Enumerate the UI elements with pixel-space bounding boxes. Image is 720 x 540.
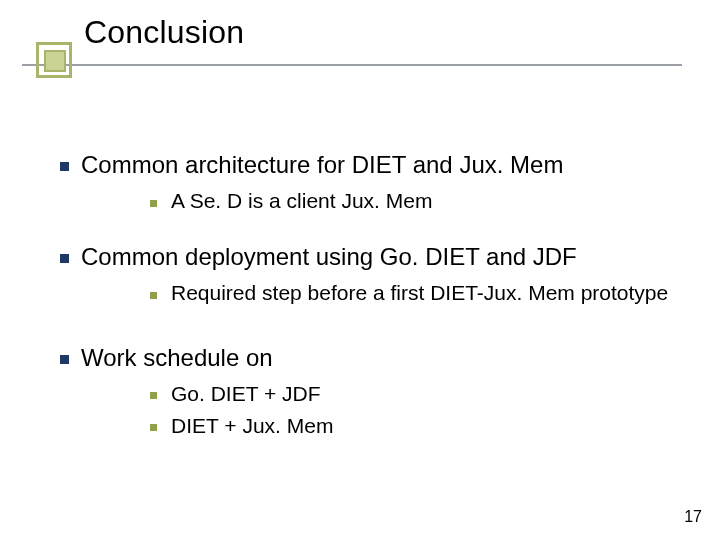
bullet-level2: DIET + Jux. Mem [150, 413, 680, 439]
bullet-text: Required step before a first DIET-Jux. M… [171, 280, 680, 306]
title-underline [22, 64, 682, 66]
square-bullet-icon [60, 355, 69, 364]
square-bullet-small-icon [150, 200, 157, 207]
page-number: 17 [684, 508, 702, 526]
bullet-level1: Work schedule on [60, 343, 680, 373]
bullet-text: Go. DIET + JDF [171, 381, 680, 407]
content-area: Common architecture for DIET and Jux. Me… [60, 150, 680, 439]
square-bullet-icon [60, 162, 69, 171]
bullet-group: Common architecture for DIET and Jux. Me… [60, 150, 680, 214]
slide-title: Conclusion [84, 14, 244, 51]
title-square-inner-icon [44, 50, 66, 72]
square-bullet-small-icon [150, 392, 157, 399]
square-bullet-icon [60, 254, 69, 263]
slide: Conclusion Common architecture for DIET … [0, 0, 720, 540]
bullet-level2: A Se. D is a client Jux. Mem [150, 188, 680, 214]
bullet-text: DIET + Jux. Mem [171, 413, 680, 439]
bullet-level2: Required step before a first DIET-Jux. M… [150, 280, 680, 306]
bullet-level2: Go. DIET + JDF [150, 381, 680, 407]
bullet-text: Common architecture for DIET and Jux. Me… [81, 150, 680, 180]
bullet-text: Common deployment using Go. DIET and JDF [81, 242, 680, 272]
bullet-level1: Common architecture for DIET and Jux. Me… [60, 150, 680, 180]
square-bullet-small-icon [150, 292, 157, 299]
bullet-text: Work schedule on [81, 343, 680, 373]
bullet-group: Common deployment using Go. DIET and JDF… [60, 242, 680, 306]
bullet-level1: Common deployment using Go. DIET and JDF [60, 242, 680, 272]
bullet-text: A Se. D is a client Jux. Mem [171, 188, 680, 214]
square-bullet-small-icon [150, 424, 157, 431]
bullet-group: Work schedule on Go. DIET + JDF DIET + J… [60, 343, 680, 440]
